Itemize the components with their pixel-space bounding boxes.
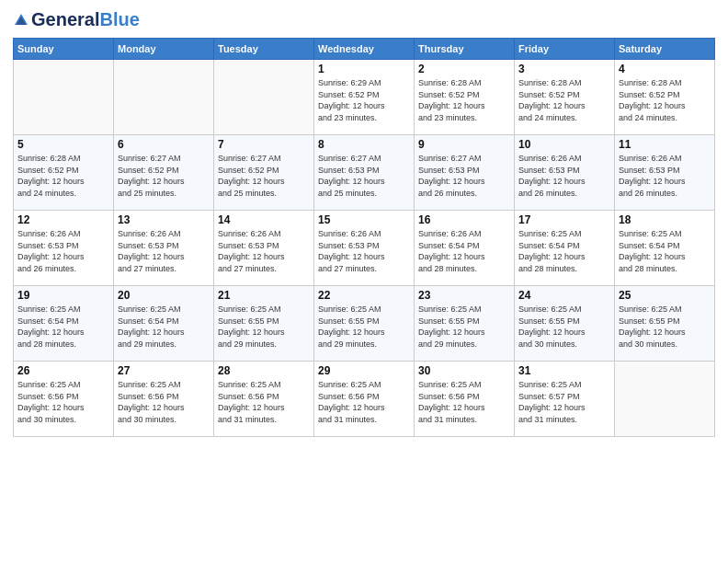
day-info-line: and 27 minutes. — [118, 264, 176, 273]
calendar-cell: 30Sunrise: 6:25 AMSunset: 6:56 PMDayligh… — [415, 362, 515, 437]
day-info-line: Sunrise: 6:25 AM — [17, 380, 81, 389]
day-info-line: Daylight: 12 hours — [118, 403, 185, 412]
day-info-line: and 27 minutes. — [318, 264, 377, 273]
calendar-cell — [114, 60, 214, 135]
calendar-cell: 19Sunrise: 6:25 AMSunset: 6:54 PMDayligh… — [14, 286, 114, 362]
day-info: Sunrise: 6:26 AMSunset: 6:53 PMDaylight:… — [518, 153, 610, 199]
calendar-week-row: 19Sunrise: 6:25 AMSunset: 6:54 PMDayligh… — [14, 286, 715, 362]
calendar-cell: 28Sunrise: 6:25 AMSunset: 6:56 PMDayligh… — [214, 362, 314, 437]
day-info-line: Sunset: 6:52 PM — [518, 90, 580, 99]
weekday-header: Tuesday — [214, 39, 314, 60]
day-info: Sunrise: 6:25 AMSunset: 6:54 PMDaylight:… — [118, 304, 210, 350]
day-number: 1 — [318, 63, 410, 75]
day-number: 18 — [619, 213, 711, 226]
calendar-cell: 10Sunrise: 6:26 AMSunset: 6:53 PMDayligh… — [515, 135, 615, 211]
day-info-line: Daylight: 12 hours — [518, 101, 586, 110]
day-info-line: Sunset: 6:55 PM — [218, 316, 279, 326]
day-info: Sunrise: 6:28 AMSunset: 6:52 PMDaylight:… — [619, 77, 711, 123]
day-info-line: Sunset: 6:54 PM — [118, 316, 179, 326]
day-number: 21 — [218, 289, 310, 302]
day-info: Sunrise: 6:28 AMSunset: 6:52 PMDaylight:… — [518, 77, 610, 123]
day-info-line: and 31 minutes. — [418, 415, 477, 424]
weekday-header: Friday — [515, 39, 615, 60]
day-info-line: and 31 minutes. — [218, 415, 277, 424]
day-info-line: Daylight: 12 hours — [619, 252, 686, 261]
day-info: Sunrise: 6:25 AMSunset: 6:55 PMDaylight:… — [418, 304, 510, 350]
day-info-line: Sunrise: 6:25 AM — [518, 229, 582, 238]
day-info-line: Sunset: 6:53 PM — [218, 241, 279, 250]
day-info-line: Sunrise: 6:25 AM — [619, 304, 682, 314]
day-info-line: Daylight: 12 hours — [518, 252, 586, 261]
day-number: 4 — [619, 63, 711, 75]
day-info: Sunrise: 6:26 AMSunset: 6:53 PMDaylight:… — [17, 228, 109, 274]
day-info: Sunrise: 6:26 AMSunset: 6:53 PMDaylight:… — [318, 228, 410, 274]
day-info-line: Sunset: 6:52 PM — [17, 166, 79, 175]
day-info: Sunrise: 6:26 AMSunset: 6:53 PMDaylight:… — [118, 228, 210, 274]
calendar-cell: 16Sunrise: 6:26 AMSunset: 6:54 PMDayligh… — [415, 211, 515, 286]
day-info-line: Daylight: 12 hours — [218, 177, 285, 186]
day-number: 2 — [418, 63, 510, 75]
day-info: Sunrise: 6:25 AMSunset: 6:57 PMDaylight:… — [518, 379, 610, 425]
day-info-line: Sunset: 6:53 PM — [518, 166, 580, 175]
calendar-cell: 14Sunrise: 6:26 AMSunset: 6:53 PMDayligh… — [214, 211, 314, 286]
day-info-line: Sunset: 6:53 PM — [418, 166, 480, 175]
day-info-line: Daylight: 12 hours — [17, 177, 85, 186]
weekday-header: Sunday — [14, 39, 114, 60]
day-info: Sunrise: 6:25 AMSunset: 6:55 PMDaylight:… — [318, 304, 410, 350]
day-info: Sunrise: 6:27 AMSunset: 6:52 PMDaylight:… — [118, 153, 210, 199]
calendar-week-row: 26Sunrise: 6:25 AMSunset: 6:56 PMDayligh… — [14, 362, 715, 437]
day-info-line: Sunset: 6:57 PM — [518, 392, 580, 401]
day-number: 8 — [318, 138, 410, 151]
day-info-line: Sunset: 6:55 PM — [318, 316, 380, 326]
day-info-line: Daylight: 12 hours — [118, 252, 185, 261]
day-info-line: and 26 minutes. — [518, 189, 577, 198]
calendar-cell: 29Sunrise: 6:25 AMSunset: 6:56 PMDayligh… — [314, 362, 415, 437]
day-info-line: Sunset: 6:56 PM — [118, 392, 179, 401]
logo-area: GeneralBlue — [13, 9, 140, 30]
day-info-line: Sunrise: 6:28 AM — [17, 154, 81, 163]
calendar-cell: 2Sunrise: 6:28 AMSunset: 6:52 PMDaylight… — [415, 60, 515, 135]
day-info-line: Daylight: 12 hours — [17, 327, 85, 337]
day-info: Sunrise: 6:29 AMSunset: 6:52 PMDaylight:… — [318, 77, 410, 123]
day-info-line: Sunset: 6:52 PM — [318, 90, 380, 99]
day-info-line: Sunset: 6:53 PM — [17, 241, 79, 250]
day-info-line: Sunrise: 6:28 AM — [518, 78, 582, 87]
calendar-cell: 26Sunrise: 6:25 AMSunset: 6:56 PMDayligh… — [14, 362, 114, 437]
calendar-cell: 1Sunrise: 6:29 AMSunset: 6:52 PMDaylight… — [314, 60, 415, 135]
day-info-line: and 26 minutes. — [418, 189, 477, 198]
header: GeneralBlue — [13, 9, 715, 30]
day-info-line: Sunrise: 6:25 AM — [118, 380, 181, 389]
day-info: Sunrise: 6:28 AMSunset: 6:52 PMDaylight:… — [17, 153, 109, 199]
day-info-line: and 26 minutes. — [17, 264, 76, 273]
day-info-line: Daylight: 12 hours — [118, 177, 185, 186]
day-info: Sunrise: 6:25 AMSunset: 6:56 PMDaylight:… — [17, 379, 109, 425]
day-info-line: Sunrise: 6:25 AM — [17, 304, 81, 314]
day-number: 29 — [318, 364, 410, 377]
day-info-line: Sunrise: 6:27 AM — [218, 154, 281, 163]
day-info-line: Sunrise: 6:25 AM — [619, 229, 682, 238]
day-info: Sunrise: 6:26 AMSunset: 6:53 PMDaylight:… — [619, 153, 711, 199]
day-info-line: Daylight: 12 hours — [418, 101, 485, 110]
day-info-line: Sunrise: 6:26 AM — [218, 229, 281, 238]
day-info: Sunrise: 6:27 AMSunset: 6:53 PMDaylight:… — [418, 153, 510, 199]
day-info-line: and 24 minutes. — [518, 113, 577, 122]
day-info: Sunrise: 6:28 AMSunset: 6:52 PMDaylight:… — [418, 77, 510, 123]
calendar-cell: 11Sunrise: 6:26 AMSunset: 6:53 PMDayligh… — [615, 135, 715, 211]
calendar-cell: 13Sunrise: 6:26 AMSunset: 6:53 PMDayligh… — [114, 211, 214, 286]
page: GeneralBlue SundayMondayTuesdayWednesday… — [0, 0, 728, 563]
day-number: 7 — [218, 138, 310, 151]
logo-text: GeneralBlue — [31, 9, 140, 30]
day-info: Sunrise: 6:25 AMSunset: 6:55 PMDaylight:… — [619, 304, 711, 350]
day-info: Sunrise: 6:25 AMSunset: 6:55 PMDaylight:… — [518, 304, 610, 350]
day-info-line: Sunset: 6:56 PM — [218, 392, 279, 401]
day-info: Sunrise: 6:27 AMSunset: 6:53 PMDaylight:… — [318, 153, 410, 199]
day-info-line: Daylight: 12 hours — [518, 177, 586, 186]
weekday-header: Saturday — [615, 39, 715, 60]
day-info-line: Sunrise: 6:25 AM — [218, 304, 281, 314]
day-number: 28 — [218, 364, 310, 377]
day-info-line: Sunset: 6:54 PM — [518, 241, 580, 250]
weekday-header: Monday — [114, 39, 214, 60]
day-info-line: Sunrise: 6:25 AM — [318, 380, 381, 389]
day-info-line: Sunset: 6:52 PM — [118, 166, 179, 175]
day-info: Sunrise: 6:25 AMSunset: 6:56 PMDaylight:… — [118, 379, 210, 425]
